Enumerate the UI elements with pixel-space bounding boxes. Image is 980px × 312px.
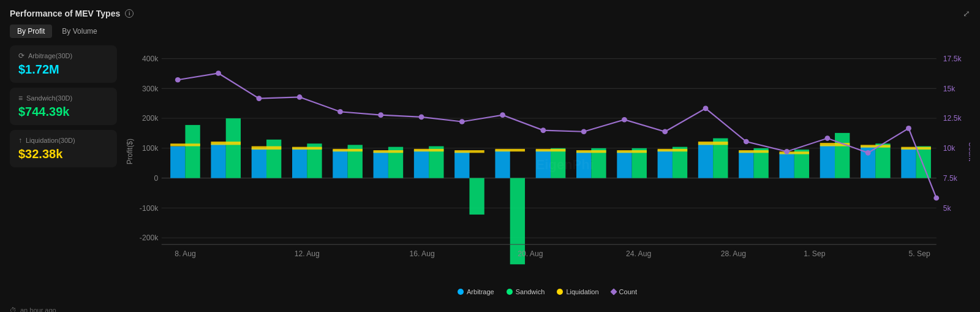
svg-rect-66 [739, 150, 769, 153]
svg-point-89 [581, 129, 587, 134]
count-legend-label: Count [619, 288, 637, 295]
svg-text:Count: Count [967, 142, 970, 161]
svg-point-80 [216, 70, 221, 76]
liquidation-label: ↑ Liquidation(30D) [18, 136, 108, 145]
svg-rect-50 [551, 148, 565, 178]
liquidation-card: ↑ Liquidation(30D) $32.38k [10, 130, 117, 167]
main-chart: 400k 300k 200k 100k 0 -100k -200k Profit… [124, 45, 970, 284]
sandwich-card: ≡ Sandwich(30D) $744.39k [10, 88, 117, 125]
svg-rect-48 [495, 149, 525, 151]
svg-text:300k: 300k [142, 85, 159, 93]
main-content: ⟳ Arbitrage(30D) $1.72M ≡ Sandwich(30D) … [10, 45, 970, 303]
svg-rect-70 [820, 145, 835, 178]
svg-rect-67 [779, 153, 794, 178]
svg-rect-60 [658, 149, 688, 151]
sandwich-legend-label: Sandwich [516, 288, 545, 295]
info-icon[interactable]: i [125, 9, 134, 18]
svg-point-88 [540, 127, 546, 133]
arbitrage-value: $1.72M [18, 63, 108, 77]
clock-icon: ⏱ [10, 306, 17, 312]
svg-rect-61 [698, 143, 713, 178]
svg-rect-26 [226, 118, 241, 178]
svg-rect-44 [469, 178, 484, 215]
svg-text:16. Aug: 16. Aug [410, 249, 435, 258]
svg-text:10k: 10k [943, 144, 956, 153]
svg-rect-36 [333, 149, 363, 151]
svg-rect-30 [252, 146, 282, 150]
svg-text:15k: 15k [943, 85, 956, 93]
svg-rect-74 [875, 143, 890, 178]
chart-area: EigenPhi 400k 300k 200k 100k 0 [124, 45, 970, 303]
svg-text:Profit($): Profit($) [126, 139, 134, 164]
arbitrage-label-text: Arbitrage(30D) [28, 52, 72, 59]
svg-text:12.5k: 12.5k [943, 115, 962, 123]
sandwich-label-text: Sandwich(30D) [26, 94, 72, 102]
svg-rect-27 [211, 142, 241, 145]
svg-point-82 [297, 94, 303, 100]
sandwich-icon: ≡ [18, 94, 23, 102]
svg-rect-59 [673, 147, 687, 178]
svg-text:100k: 100k [142, 144, 159, 153]
svg-point-83 [337, 109, 343, 115]
svg-text:400k: 400k [142, 55, 159, 63]
svg-rect-71 [835, 133, 850, 178]
svg-text:5k: 5k [943, 204, 952, 213]
svg-rect-52 [576, 151, 591, 178]
svg-rect-23 [185, 125, 200, 178]
sandwich-label: ≡ Sandwich(30D) [18, 94, 108, 102]
arbitrage-legend-icon [458, 289, 464, 295]
title-text: Performance of MEV Types [10, 9, 120, 18]
svg-rect-49 [536, 150, 551, 178]
count-legend-icon [610, 288, 617, 295]
svg-point-97 [906, 126, 911, 131]
arbitrage-card: ⟳ Arbitrage(30D) $1.72M [10, 45, 117, 83]
svg-text:20. Aug: 20. Aug [518, 249, 543, 258]
page-title: Performance of MEV Types i [10, 9, 134, 18]
svg-rect-54 [576, 150, 606, 153]
svg-rect-42 [414, 149, 444, 151]
svg-text:-100k: -100k [140, 204, 159, 213]
liquidation-legend-label: Liquidation [566, 288, 598, 295]
svg-rect-58 [658, 150, 673, 178]
svg-text:200k: 200k [142, 115, 159, 123]
svg-point-94 [784, 149, 790, 154]
svg-point-98 [933, 196, 939, 201]
svg-rect-45 [454, 150, 484, 153]
svg-rect-37 [374, 151, 388, 178]
liquidation-icon: ↑ [18, 136, 22, 145]
tab-by-volume[interactable]: By Volume [55, 25, 104, 38]
svg-rect-76 [901, 148, 916, 178]
tab-by-profit[interactable]: By Profit [10, 25, 52, 38]
sandwich-value: $744.39k [18, 105, 108, 119]
svg-rect-46 [495, 150, 510, 178]
svg-rect-31 [292, 148, 307, 178]
svg-rect-57 [617, 150, 647, 153]
svg-rect-64 [739, 151, 753, 178]
legend-liquidation: Liquidation [557, 288, 598, 295]
svg-rect-55 [617, 151, 631, 178]
liquidation-legend-icon [557, 289, 563, 295]
svg-rect-25 [211, 143, 225, 178]
svg-text:8. Aug: 8. Aug [175, 249, 195, 258]
legend-sandwich: Sandwich [507, 288, 545, 295]
svg-text:17.5k: 17.5k [943, 55, 962, 63]
svg-text:5. Sep: 5. Sep [909, 249, 930, 258]
svg-point-95 [824, 135, 830, 141]
svg-rect-40 [414, 150, 429, 178]
svg-text:7.5k: 7.5k [943, 174, 958, 183]
svg-rect-43 [454, 151, 469, 178]
timestamp-text: an hour ago [20, 306, 56, 312]
svg-point-79 [175, 77, 181, 83]
expand-icon[interactable]: ⤢ [963, 9, 970, 18]
svg-point-87 [500, 112, 505, 118]
svg-point-85 [419, 115, 424, 120]
svg-point-93 [744, 139, 749, 145]
svg-rect-39 [374, 150, 404, 153]
svg-rect-75 [861, 145, 891, 147]
svg-text:28. Aug: 28. Aug [721, 249, 746, 258]
svg-rect-29 [266, 140, 281, 178]
arbitrage-legend-label: Arbitrage [467, 288, 494, 295]
svg-point-81 [256, 96, 262, 101]
legend-count: Count [611, 288, 637, 295]
liquidation-label-text: Liquidation(30D) [26, 137, 75, 144]
